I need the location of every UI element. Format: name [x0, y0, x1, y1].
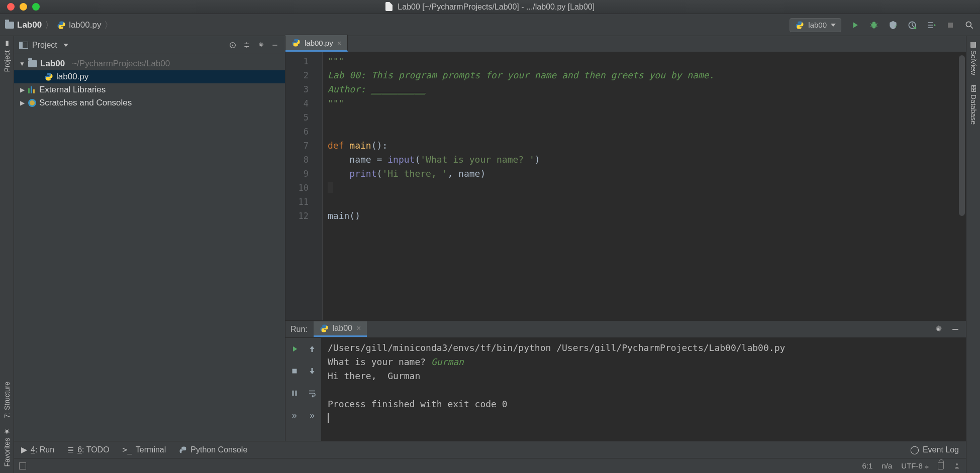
- down-stack-button[interactable]: [307, 366, 318, 377]
- status-bar: 6:1 n/a UTF-8 ≑: [14, 458, 966, 473]
- folder-icon: [5, 22, 14, 29]
- python-file-icon: [44, 72, 53, 81]
- run-tab-lab00[interactable]: lab00 ×: [314, 321, 367, 337]
- svg-point-3: [966, 22, 971, 27]
- tree-scratches[interactable]: ▶ Scratches and Consoles: [14, 96, 285, 109]
- project-tool-window: Project ▼ Lab00 ~/PycharmProjects/Lab00: [14, 36, 285, 441]
- list-icon: ≣: [67, 445, 74, 454]
- close-tab-button[interactable]: ×: [337, 39, 342, 47]
- svg-rect-10: [295, 391, 297, 396]
- editor-tabs: lab00.py ×: [285, 36, 966, 52]
- file-encoding[interactable]: UTF-8 ≑: [901, 461, 929, 470]
- play-icon: ▶: [21, 445, 27, 454]
- favorites-tool-button[interactable]: Favorites ★: [3, 428, 11, 467]
- tree-root[interactable]: ▼ Lab00 ~/PycharmProjects/Lab00: [14, 57, 285, 70]
- bottom-toolbar: ▶ 4: Run ≣ 6: TODO >_ Terminal Python Co…: [14, 441, 966, 458]
- more-button[interactable]: »: [289, 410, 300, 421]
- indexing-icon[interactable]: [953, 462, 961, 470]
- event-log-button[interactable]: ◯ Event Log: [910, 445, 959, 454]
- run-console[interactable]: /Users/gill/miniconda3/envs/tf/bin/pytho…: [322, 338, 966, 441]
- up-stack-button[interactable]: [307, 343, 318, 354]
- concurrency-diagram-button[interactable]: [926, 20, 937, 31]
- svg-rect-9: [292, 391, 293, 396]
- close-run-tab-button[interactable]: ×: [356, 324, 361, 333]
- expand-icon[interactable]: ▼: [19, 60, 25, 67]
- editor-tab-lab00[interactable]: lab00.py ×: [285, 35, 348, 52]
- lock-icon[interactable]: [938, 462, 944, 469]
- rerun-button[interactable]: [289, 343, 300, 354]
- run-configuration-selector[interactable]: lab00: [790, 18, 841, 32]
- collapse-all-button[interactable]: [242, 40, 252, 50]
- tree-external-libraries[interactable]: ▶ External Libraries: [14, 83, 285, 96]
- sciview-tool-button[interactable]: ▤ SciView: [969, 40, 977, 75]
- run-button[interactable]: [849, 20, 860, 31]
- code-editor[interactable]: 123 456 789 101112 """ Lab 00: This prog…: [285, 52, 966, 320]
- profile-button[interactable]: [907, 20, 918, 31]
- tool-windows-toggle[interactable]: [19, 462, 26, 469]
- python-icon: [179, 446, 187, 454]
- run-tool-window: Run: lab00 ×: [285, 320, 966, 441]
- svg-rect-8: [292, 369, 297, 374]
- project-pane-header: Project: [14, 36, 285, 54]
- stop-button[interactable]: [945, 20, 956, 31]
- libraries-icon: [28, 86, 36, 93]
- cursor-position[interactable]: 6:1: [862, 461, 873, 470]
- pause-button[interactable]: [289, 388, 300, 399]
- svg-rect-2: [948, 23, 953, 28]
- breadcrumb-project[interactable]: Lab00: [5, 20, 42, 30]
- breadcrumb-separator: 〉: [45, 19, 54, 31]
- folder-icon: ▮: [3, 40, 11, 48]
- chevron-down-icon: [831, 24, 836, 27]
- chevron-down-icon[interactable]: [63, 44, 68, 47]
- code-content[interactable]: """ Lab 00: This program prompts for you…: [323, 52, 966, 320]
- fold-column[interactable]: [314, 52, 323, 320]
- todo-tool-button[interactable]: ≣ 6: TODO: [67, 445, 109, 454]
- stop-run-button[interactable]: [289, 366, 300, 377]
- star-icon: ★: [3, 428, 11, 436]
- run-settings-button[interactable]: [933, 324, 944, 335]
- structure-tool-button[interactable]: 7: Structure: [3, 382, 11, 418]
- svg-point-11: [956, 463, 958, 465]
- database-tool-button[interactable]: 🗄 Database: [969, 85, 977, 125]
- expand-icon[interactable]: ▶: [19, 99, 25, 106]
- run-tool-button[interactable]: ▶ 4: Run: [21, 445, 54, 454]
- search-everywhere-button[interactable]: [964, 20, 975, 31]
- python-file-icon: [320, 324, 329, 333]
- terminal-tool-button[interactable]: >_ Terminal: [123, 445, 166, 454]
- project-view-icon: [19, 42, 28, 49]
- run-header: Run: lab00 ×: [285, 321, 966, 338]
- hide-button[interactable]: [270, 40, 280, 50]
- breadcrumb-separator: 〉: [104, 19, 113, 31]
- scratches-icon: [28, 99, 36, 107]
- line-separator[interactable]: n/a: [881, 461, 892, 470]
- project-tree[interactable]: ▼ Lab00 ~/PycharmProjects/Lab00 lab00.py…: [14, 54, 285, 112]
- project-tool-button[interactable]: Project ▮: [3, 40, 11, 72]
- titlebar: Lab00 [~/PycharmProjects/Lab00] - .../la…: [0, 0, 980, 14]
- database-icon: 🗄: [969, 85, 977, 92]
- terminal-icon: >_: [123, 445, 132, 454]
- window-title: Lab00 [~/PycharmProjects/Lab00] - .../la…: [0, 2, 980, 12]
- run-toolbar: » »: [285, 338, 322, 441]
- hide-run-button[interactable]: [950, 324, 961, 335]
- document-icon: [385, 2, 393, 11]
- python-console-tool-button[interactable]: Python Console: [179, 445, 247, 454]
- tree-file-lab00[interactable]: lab00.py: [14, 70, 285, 83]
- line-gutter[interactable]: 123 456 789 101112: [285, 52, 314, 320]
- sciview-icon: ▤: [969, 40, 977, 48]
- project-pane-title: Project: [32, 41, 57, 50]
- settings-button[interactable]: [256, 40, 266, 50]
- breadcrumb: Lab00 〉 lab00.py 〉: [5, 19, 113, 31]
- run-with-coverage-button[interactable]: [888, 20, 899, 31]
- caret: [328, 413, 329, 423]
- expand-icon[interactable]: ▶: [19, 86, 25, 93]
- scroll-from-source-button[interactable]: [228, 40, 238, 50]
- soft-wrap-button[interactable]: [307, 388, 318, 399]
- run-label: Run:: [290, 325, 308, 334]
- more-button-2[interactable]: »: [307, 410, 318, 421]
- python-file-icon: [291, 38, 301, 47]
- folder-icon: [28, 60, 37, 67]
- debug-button[interactable]: [868, 20, 879, 31]
- editor-scrollbar[interactable]: [959, 55, 965, 216]
- breadcrumb-file[interactable]: lab00.py: [57, 20, 101, 30]
- python-file-icon: [795, 21, 804, 30]
